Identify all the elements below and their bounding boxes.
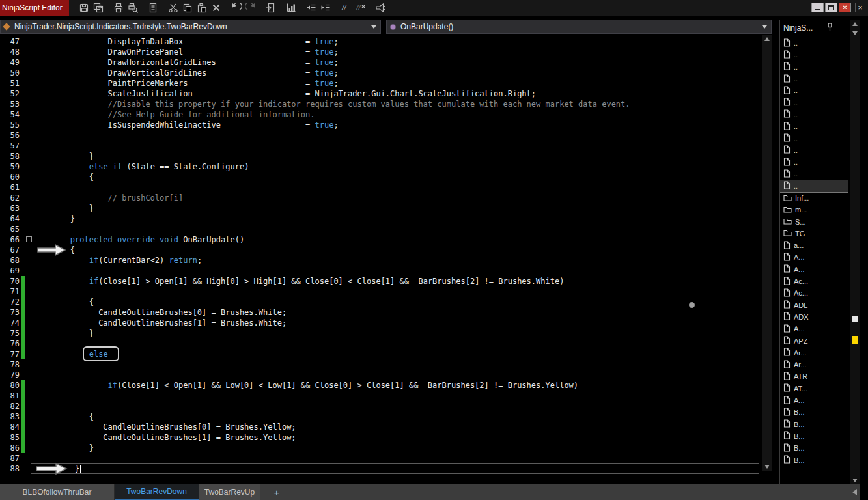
tree-item[interactable]: A... — [780, 264, 848, 275]
chevron-down-icon[interactable] — [759, 25, 770, 29]
save-button[interactable] — [77, 1, 91, 14]
code-line[interactable]: 84 CandleOutlineBrushes[0] = Brushes.Yel… — [0, 422, 762, 432]
code-line[interactable]: 54 //See Help Guide for additional infor… — [0, 109, 762, 120]
scroll-down-icon[interactable] — [850, 476, 860, 484]
tree-item[interactable]: ADX — [780, 311, 848, 323]
method-dropdown[interactable]: OnBarUpdate() — [386, 20, 772, 34]
print-preview-button[interactable] — [126, 1, 140, 14]
tree-item[interactable]: S... — [780, 215, 848, 227]
tree-item[interactable]: B... — [780, 430, 848, 442]
redo-button[interactable] — [244, 1, 258, 14]
code-line[interactable]: 51 PaintPriceMarkers = true; — [0, 78, 762, 89]
delete-button[interactable] — [209, 1, 223, 14]
code-line[interactable]: 80 if(Close[1] < Open[1] && Low[0] < Low… — [0, 380, 762, 391]
scroll-up-icon[interactable] — [850, 20, 860, 28]
panel-scrollbar[interactable] — [850, 20, 860, 484]
minimize-button[interactable] — [811, 3, 824, 12]
scroll-down-icon[interactable] — [850, 29, 860, 37]
scroll-down-icon[interactable] — [762, 462, 772, 471]
tree-item[interactable]: .. — [780, 120, 848, 132]
goto-button[interactable] — [264, 1, 278, 14]
code-line[interactable]: 81 — [0, 391, 762, 401]
code-line[interactable]: 83 { — [0, 411, 762, 422]
code-line[interactable]: 64 } — [0, 214, 762, 224]
tree-item[interactable]: TG — [780, 228, 848, 240]
tree-item[interactable]: .. — [780, 145, 848, 156]
tree-item[interactable]: Ar... — [780, 347, 848, 359]
save-all-button[interactable] — [91, 1, 105, 14]
scroll-up-icon[interactable] — [762, 35, 772, 43]
tree-item[interactable]: .. — [780, 168, 848, 180]
code-line[interactable]: 75 } — [0, 328, 762, 339]
tab-TwoBarRevDown[interactable]: TwoBarRevDown — [115, 484, 199, 500]
tree-item[interactable]: Ac... — [780, 287, 848, 299]
code-line[interactable]: 69 — [0, 266, 762, 276]
pin-icon[interactable] — [826, 23, 833, 33]
code-line[interactable]: 68 if(CurrentBar<2) return; — [0, 255, 762, 266]
document-button[interactable] — [146, 1, 160, 14]
class-dropdown[interactable]: NinjaTrader.NinjaScript.Indicators.Trdns… — [0, 20, 381, 34]
code-line[interactable]: 66 protected override void OnBarUpdate() — [0, 234, 762, 245]
code-line[interactable]: 59 else if (State == State.Configure) — [0, 161, 762, 172]
tree-item[interactable]: .. — [780, 156, 848, 168]
code-line[interactable]: 62 // brushColor[i] — [0, 193, 762, 203]
cut-button[interactable] — [166, 1, 180, 14]
tree-item[interactable]: Ac... — [780, 275, 848, 287]
tree-item[interactable]: a... — [780, 240, 848, 251]
tree-item[interactable]: .. — [780, 132, 848, 144]
code-line[interactable]: 57 — [0, 141, 762, 151]
code-line[interactable]: 63 } — [0, 203, 762, 214]
tree-item[interactable]: A... — [780, 395, 848, 406]
code-line[interactable]: 87 — [0, 453, 762, 464]
tree-item[interactable]: .. — [780, 96, 848, 108]
code-line[interactable]: 67 { — [0, 245, 762, 255]
indent-button[interactable] — [318, 1, 333, 14]
uncomment-button[interactable]: // — [353, 1, 367, 14]
close-pane-button[interactable]: × — [855, 3, 865, 12]
print-button[interactable] — [111, 1, 126, 14]
maximize-button[interactable] — [825, 3, 837, 12]
tree-item[interactable]: APZ — [780, 335, 848, 346]
tree-item[interactable]: .. — [780, 73, 848, 85]
new-tab-button[interactable]: + — [267, 484, 287, 500]
tree-item[interactable]: B... — [780, 406, 848, 418]
close-button[interactable]: × — [839, 3, 851, 12]
tab-BLBOfollowThruBar[interactable]: BLBOfollowThruBar — [0, 484, 115, 500]
code-line[interactable]: 48 DrawOnPricePanel = true; — [0, 47, 762, 57]
tree-item[interactable]: ATR — [780, 370, 848, 382]
compile-button[interactable] — [373, 1, 387, 14]
paste-button[interactable] — [195, 1, 209, 14]
tab-TwoBarRevUp[interactable]: TwoBarRevUp — [199, 484, 260, 500]
code-line[interactable]: 49 DrawHorizontalGridLines = true; — [0, 57, 762, 68]
code-line[interactable]: 72 { — [0, 297, 762, 307]
tree-item[interactable]: A... — [780, 251, 848, 263]
code-line[interactable]: 74 CandleOutlineBrushes[1] = Brushes.Whi… — [0, 318, 762, 328]
code-line[interactable]: 85 CandleOutlineBrushes[1] = Brushes.Yel… — [0, 432, 762, 443]
tree-item[interactable]: B... — [780, 454, 848, 465]
comment-button[interactable]: // — [339, 1, 353, 14]
code-line[interactable]: 86 } — [0, 443, 762, 453]
editor-scrollbar[interactable] — [762, 35, 772, 471]
code-line[interactable]: 60 { — [0, 172, 762, 182]
tree-item[interactable]: .. — [780, 61, 848, 73]
tree-item[interactable]: B... — [780, 442, 848, 454]
code-line[interactable]: 52 ScaleJustification = NinjaTrader.Gui.… — [0, 89, 762, 99]
tree-item[interactable]: .. — [780, 49, 848, 61]
code-line[interactable]: 70 if(Close[1] > Open[1] && High[0] > Hi… — [0, 276, 762, 286]
tree-item[interactable]: Inf... — [780, 192, 848, 204]
outdent-button[interactable] — [304, 1, 318, 14]
code-line[interactable]: 53 //Disable this property if your indic… — [0, 99, 762, 109]
code-line[interactable]: 55 IsSuspendedWhileInactive = true; — [0, 120, 762, 130]
code-line[interactable]: 47 DisplayInDataBox = true; — [0, 36, 762, 47]
tree-item[interactable]: .. — [780, 85, 848, 96]
tab-scroll-left-icon[interactable] — [849, 487, 860, 497]
undo-button[interactable] — [229, 1, 244, 14]
tree-item[interactable]: A... — [780, 323, 848, 335]
code-line[interactable]: 79 — [0, 370, 762, 380]
tree-item[interactable]: .. — [780, 109, 848, 120]
code-editor[interactable]: 47 DisplayInDataBox = true;48 DrawOnPric… — [0, 35, 762, 475]
code-line[interactable]: 73 CandleOutlineBrushes[0] = Brushes.Whi… — [0, 307, 762, 318]
code-line[interactable]: 65 — [0, 224, 762, 234]
tree-item[interactable]: ADL — [780, 299, 848, 311]
tree-item[interactable]: m... — [780, 204, 848, 215]
